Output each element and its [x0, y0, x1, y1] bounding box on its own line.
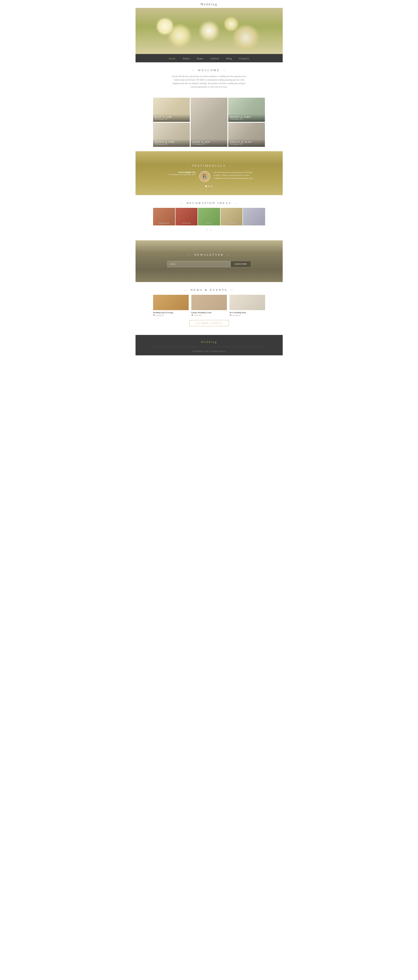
testimonial-quote: Just arrived back from our honeymoon in …	[214, 171, 253, 180]
couple-name-5: STELLA & ALAN	[230, 141, 263, 143]
news-title-3: New Wedding Ideas	[230, 312, 265, 313]
hero-image	[136, 8, 283, 54]
couple-date-2: 15th January, 2017	[192, 143, 226, 145]
deco-label-5: Cars	[252, 222, 256, 224]
gallery-item-4[interactable]: OLIVIA & TOM 15th January, 2017	[153, 123, 190, 147]
footer-brand: Wedding	[153, 340, 265, 344]
couple-date-3: 15th January, 2017	[230, 118, 263, 120]
deco-label-3: Flowers	[206, 222, 212, 224]
deco-item-5[interactable]: Cars	[243, 208, 265, 226]
gallery-item-1[interactable]: KATE & SAM 15th January, 2017	[153, 98, 190, 122]
nav-about[interactable]: About	[182, 57, 190, 60]
nav-blog[interactable]: Blog	[227, 57, 232, 60]
deco-item-1[interactable]: Packing guide	[153, 208, 175, 226]
nav-gallery[interactable]: Gallery	[211, 57, 219, 60]
gallery-grid: KATE & SAM 15th January, 2017 SINDY & LE…	[153, 98, 265, 147]
news-date-3: 📅 30/04/2014	[230, 315, 265, 317]
newsletter-section: NEWSLETTER SUBSCRIBE	[136, 240, 283, 282]
gallery-item-3[interactable]: WENDY & JOHN 15th January, 2017	[228, 98, 265, 122]
news-date-text-3: 30/04/2014	[232, 315, 240, 317]
news-title-1: Wedding Open Evening	[153, 312, 189, 313]
deco-item-2[interactable]: Accessories	[175, 208, 198, 226]
welcome-section: WELCOME We provide the keys and secrets …	[136, 68, 283, 98]
dot-2[interactable]	[208, 186, 210, 187]
prev-button[interactable]: ‹	[206, 228, 207, 231]
decoration-nav: ‹ ›	[153, 228, 265, 232]
couple-name-2: SINDY & LEO	[192, 141, 226, 143]
welcome-title: WELCOME	[153, 68, 265, 72]
testimonial-content: Joe & Sandra Cox ♥ Got married on the 02…	[153, 171, 265, 182]
couple-name-1: KATE & SAM	[155, 116, 188, 118]
decoration-strip: Packing guide Accessories Flowers Decora…	[153, 208, 265, 226]
testimonial-name: Joe & Sandra Cox	[165, 171, 196, 173]
email-input[interactable]	[168, 261, 231, 267]
hero-flowers	[136, 8, 283, 54]
news-item-1[interactable]: Wedding Open Evening 📅 26/04/2014	[153, 295, 189, 317]
testimonials-section: TESTIMONIALS Joe & Sandra Cox ♥ Got marr…	[136, 151, 283, 195]
testimonial-avatar: 👫	[199, 171, 210, 182]
deco-label-1: Packing guide	[159, 222, 169, 224]
testimonials-title: TESTIMONIALS	[153, 164, 265, 167]
testimonial-dots	[153, 186, 265, 187]
couple-name-4: OLIVIA & TOM	[155, 141, 188, 143]
calendar-icon-2: 📅	[191, 315, 193, 316]
couple-date-5: 15th January, 2017	[230, 143, 263, 145]
news-title: NEWS & EVENTS	[153, 288, 265, 292]
avatar-emoji: 👫	[202, 174, 207, 179]
nav-pages[interactable]: Pages	[197, 57, 204, 60]
couple-name-3: WENDY & JOHN	[230, 116, 263, 118]
dot-3[interactable]	[211, 186, 213, 187]
gallery-item-5[interactable]: STELLA & ALAN 15th January, 2017	[228, 123, 265, 147]
deco-label-4: Decoration	[227, 222, 236, 224]
testimonial-heart-icon: ♥ Got married on the 02nd May, 2014	[165, 173, 196, 176]
deco-item-3[interactable]: Flowers	[198, 208, 220, 226]
news-item-2[interactable]: Unique Wedding Events 📅 19/02/2015	[191, 295, 227, 317]
calendar-icon-1: 📅	[153, 315, 155, 316]
decoration-section: DECORATION IDEAS Packing guide Accessori…	[136, 201, 283, 240]
news-grid: Wedding Open Evening 📅 26/04/2014 Unique…	[153, 295, 265, 317]
news-section: NEWS & EVENTS Wedding Open Evening 📅 26/…	[136, 288, 283, 335]
main-nav: Home About Pages Gallery Blog Contacts	[136, 54, 283, 62]
deco-label-2: Accessories	[182, 222, 191, 224]
deco-item-4[interactable]: Decoration	[220, 208, 243, 226]
footer-copyright: Copyright © 2017 | Privacy Policy	[153, 350, 265, 352]
gallery-item-2[interactable]: SINDY & LEO 15th January, 2017	[191, 98, 227, 147]
news-item-3[interactable]: New Wedding Ideas 📅 30/04/2014	[230, 295, 265, 317]
subscribe-button[interactable]: SUBSCRIBE	[230, 261, 250, 267]
news-date-2: 📅 19/02/2015	[191, 315, 227, 317]
news-date-text-2: 19/02/2015	[194, 315, 202, 317]
couple-date-1: 15th January, 2017	[155, 118, 188, 120]
testimonial-date: Got married on the 02nd May, 2014	[169, 173, 196, 176]
all-news-button[interactable]: ALL NEWS & EVENTS	[189, 320, 229, 326]
newsletter-title: NEWSLETTER	[153, 253, 265, 256]
dot-1[interactable]	[205, 186, 207, 187]
footer: Wedding Copyright © 2017 | Privacy Polic…	[136, 335, 283, 355]
testimonial-person: Joe & Sandra Cox ♥ Got married on the 02…	[165, 171, 196, 176]
welcome-text: We provide the keys and secrets you need…	[172, 75, 246, 89]
nav-home[interactable]: Home	[169, 57, 176, 60]
decoration-title: DECORATION IDEAS	[153, 201, 265, 205]
couple-date-4: 15th January, 2017	[155, 143, 188, 145]
site-title: Wedding	[136, 0, 283, 8]
nav-contacts[interactable]: Contacts	[239, 57, 249, 60]
next-button[interactable]: ›	[211, 228, 212, 231]
news-img-1	[153, 295, 189, 310]
news-date-1: 📅 26/04/2014	[153, 315, 189, 317]
calendar-icon-3: 📅	[230, 315, 231, 316]
newsletter-form: SUBSCRIBE	[168, 261, 251, 267]
news-img-3	[230, 295, 265, 310]
news-img-2	[191, 295, 227, 310]
news-title-2: Unique Wedding Events	[191, 312, 227, 313]
news-date-text-1: 26/04/2014	[156, 315, 164, 317]
testimonial-text-block: Just arrived back from our honeymoon in …	[214, 171, 253, 180]
